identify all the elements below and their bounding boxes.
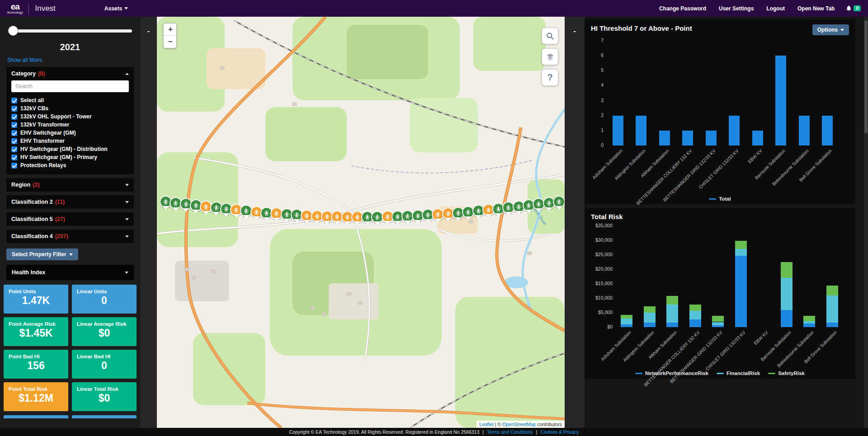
asset-marker-green[interactable] [553, 196, 565, 208]
checkbox-checked-icon[interactable] [11, 146, 17, 152]
notification-count-badge: 0 [854, 5, 861, 11]
accordion-category-header[interactable]: Category (8) [6, 67, 134, 80]
accordion-header[interactable]: Classification 2(11) [6, 195, 134, 209]
bar-segment-safetyrisk[interactable] [644, 306, 656, 313]
checkbox-checked-icon[interactable] [11, 114, 17, 120]
category-option-132kv-transformer[interactable]: 132kV Transformer [11, 121, 129, 129]
collapse-left-panel-button[interactable]: - [147, 27, 150, 36]
accordion-count: (8) [38, 70, 45, 77]
category-option-hv-switchgear-gm-primary[interactable]: HV Switchgear (GM) - Primary [11, 153, 129, 161]
bar-segment-total[interactable] [682, 131, 693, 145]
bar-segment-safetyrisk[interactable] [666, 296, 678, 305]
legend-item-total[interactable]: Total [709, 196, 731, 202]
notifications[interactable]: 0 [845, 5, 861, 12]
checkbox-checked-icon[interactable] [11, 130, 17, 136]
bar-segment-financialrisk[interactable] [735, 249, 747, 256]
category-option-protection-relays[interactable]: Protection Relays [11, 161, 129, 169]
stat-card-point-total-risk: Point Total Risk$1.12M [4, 382, 68, 411]
chevron-down-icon [125, 201, 129, 203]
bar-segment-total[interactable] [752, 131, 763, 145]
nav-link-logout[interactable]: Logout [766, 5, 785, 12]
bar-segment-safetyrisk[interactable] [826, 286, 838, 295]
nav-link-change-password[interactable]: Change Password [659, 5, 706, 12]
accordion-header[interactable]: Classification 4(257) [6, 230, 134, 243]
bar-segment-total[interactable] [729, 116, 740, 145]
copyright-text: Copyright © EA Technology 2019. All Righ… [289, 429, 479, 435]
map-help-button[interactable]: ? [542, 69, 558, 86]
bar-segment-safetyrisk[interactable] [621, 315, 632, 319]
bar-segment-financialrisk[interactable] [803, 321, 815, 323]
bar-segment-safetyrisk[interactable] [689, 305, 701, 310]
legend-item-safetyrisk[interactable]: SafetyRisk [768, 370, 805, 376]
zoom-in-button[interactable]: + [164, 23, 177, 36]
leaflet-link[interactable]: Leaflet [479, 422, 494, 427]
bar-segment-total[interactable] [659, 131, 670, 145]
bar-segment-total[interactable] [613, 116, 623, 145]
ea-technology-logo[interactable]: ea technology [7, 2, 23, 14]
category-option-select-all[interactable]: Select all [11, 96, 129, 104]
checkbox-checked-icon[interactable] [11, 155, 17, 160]
legend-item-financialrisk[interactable]: FinancialRisk [717, 370, 760, 376]
legend-item-networkperformancerisk[interactable]: NetworkPerformanceRisk [635, 370, 708, 376]
bar-segment-safetyrisk[interactable] [712, 316, 724, 322]
nav-link-open-new-tab[interactable]: Open New Tab [797, 5, 835, 12]
select-property-filter-button[interactable]: Select Property Filter [6, 248, 78, 260]
checkbox-checked-icon[interactable] [11, 98, 17, 103]
osm-link[interactable]: OpenStreetMap [502, 422, 536, 427]
bar-segment-networkperformancerisk[interactable] [826, 323, 838, 327]
bar-segment-financialrisk[interactable] [689, 311, 701, 319]
health-index-dropdown[interactable]: Health Index [6, 265, 134, 280]
checkbox-checked-icon[interactable] [11, 138, 17, 144]
bar-segment-networkperformancerisk[interactable] [735, 256, 747, 327]
category-option-ehv-switchgear-gm[interactable]: EHV Switchgear (GM) [11, 129, 129, 137]
bar-segment-total[interactable] [799, 116, 810, 145]
leaflet-map[interactable]: Great Stour [157, 17, 565, 428]
bar-segment-safetyrisk[interactable] [735, 241, 747, 249]
checkbox-checked-icon[interactable] [11, 163, 17, 169]
cookies-link[interactable]: Cookies & Privacy [540, 429, 579, 435]
bar-segment-total[interactable] [822, 116, 833, 145]
accordion-header[interactable]: Region(2) [6, 178, 134, 192]
scrollbar[interactable] [864, 17, 868, 428]
category-option-hv-switchgear-gm-distribution[interactable]: HV Switchgear (GM) - Distribution [11, 145, 129, 153]
category-option-132kv-cbs[interactable]: 132kV CBs [11, 104, 129, 113]
bar-segment-total[interactable] [706, 131, 717, 145]
map-search-button[interactable] [542, 28, 558, 44]
nav-link-user-settings[interactable]: User Settings [719, 5, 754, 12]
bar-segment-safetyrisk[interactable] [803, 316, 815, 321]
bar-segment-financialrisk[interactable] [712, 322, 724, 326]
category-search-input[interactable] [11, 80, 129, 92]
bar-segment-networkperformancerisk[interactable] [666, 323, 678, 327]
bar-segment-financialrisk[interactable] [781, 278, 793, 309]
map-layers-button[interactable] [542, 48, 558, 65]
bar-segment-safetyrisk[interactable] [781, 262, 793, 278]
bar-segment-total[interactable] [636, 116, 646, 145]
stat-label: Point Units [9, 289, 63, 294]
bar-segment-networkperformancerisk[interactable] [803, 323, 815, 327]
bar-segment-networkperformancerisk[interactable] [781, 310, 793, 327]
chart-options-button[interactable]: Options [812, 24, 849, 35]
collapse-right-panel-button[interactable]: - [573, 27, 576, 36]
category-option-ehv-transformer[interactable]: EHV Transformer [11, 137, 129, 145]
scrollbar-thumb[interactable] [864, 20, 868, 133]
y-axis-tick: 3 [601, 98, 604, 103]
bar-segment-total[interactable] [775, 56, 786, 145]
bar-segment-financialrisk[interactable] [644, 313, 656, 323]
assets-menu[interactable]: Assets [104, 5, 128, 12]
bar-segment-networkperformancerisk[interactable] [644, 323, 656, 327]
year-slider[interactable] [8, 26, 132, 36]
checkbox-checked-icon[interactable] [11, 106, 17, 112]
year-slider-handle[interactable] [8, 26, 18, 36]
bar-segment-financialrisk[interactable] [826, 295, 838, 323]
terms-link[interactable]: Terms and Conditions [487, 429, 533, 435]
bar-segment-financialrisk[interactable] [666, 305, 678, 323]
bar-segment-financialrisk[interactable] [621, 319, 632, 324]
top-navbar: ea technology Invest Assets Change Passw… [0, 0, 868, 17]
category-option-132kv-ohl-support-tower[interactable]: 132kV OHL Support - Tower [11, 113, 129, 121]
accordion-header[interactable]: Classification 5(27) [6, 212, 134, 226]
year-slider-track[interactable] [8, 29, 132, 33]
zoom-out-button[interactable]: − [164, 36, 177, 48]
checkbox-checked-icon[interactable] [11, 122, 17, 128]
show-all-filters-link[interactable]: Show all filters [7, 57, 42, 63]
bar-segment-networkperformancerisk[interactable] [689, 319, 701, 327]
